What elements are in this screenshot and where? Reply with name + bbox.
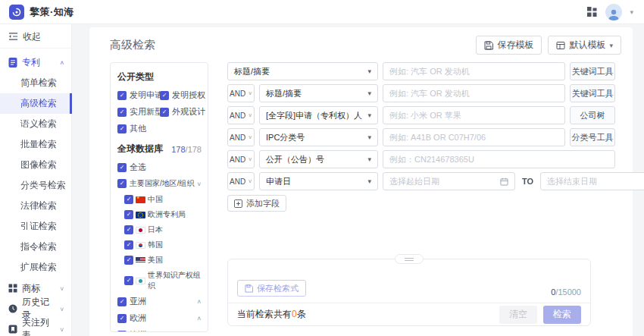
field-select-2[interactable]: 标题/摘要 ▾ [259, 84, 378, 102]
company-tree-button[interactable]: 公司树 [570, 106, 615, 124]
end-date-field[interactable] [547, 177, 644, 186]
caret-down-icon: ▾ [367, 111, 371, 119]
operator-select-4[interactable]: AND ∨ [227, 128, 255, 146]
patent-icon [8, 58, 17, 68]
operator-select-6[interactable]: AND ∨ [227, 172, 255, 190]
usa-flag-icon [136, 257, 145, 264]
checkbox-europe[interactable]: ✓ 欧洲 [117, 312, 146, 324]
query-input-4[interactable] [383, 128, 565, 146]
checkbox-checked-icon: ✓ [117, 297, 127, 306]
sidebar-item-command-search[interactable]: 指令检索 [0, 237, 71, 257]
brand: 擎策·知海 [9, 5, 74, 20]
user-avatar[interactable] [605, 4, 622, 20]
chevron-up-icon: ∧ [59, 59, 64, 65]
checkbox-label: 主要国家/地区/组织 [130, 178, 195, 189]
country-row-wipo[interactable]: ✓ 世界知识产权组织 [124, 270, 202, 291]
checkbox-checked-icon: ✓ [117, 314, 127, 323]
checkbox-asia[interactable]: ✓ 亚洲 [117, 296, 146, 307]
sidebar-item-citation-search[interactable]: 引证检索 [0, 216, 71, 237]
checkbox-invention-application[interactable]: ✓ 发明申请 [117, 89, 160, 101]
search-form: 标题/摘要 ▾ 关键词工具 AND ∨ 标题/摘要 ▾ 关键词工具 [227, 62, 615, 326]
query-expression-area[interactable]: 保存检索式 0/15000 [228, 259, 590, 303]
query-input-2[interactable] [383, 84, 565, 102]
template-buttons: 保存模板 默认模板 ▾ [476, 36, 621, 55]
checkbox-label: 澳洲 [130, 329, 146, 332]
field-select-value: 标题/摘要 [266, 88, 302, 99]
apps-grid-icon[interactable] [586, 6, 598, 17]
field-select-1[interactable]: 标题/摘要 ▾ [227, 62, 378, 80]
field-select-value: 公开（公告）号 [266, 154, 324, 165]
sidebar-item-legal-search[interactable]: 法律检索 [0, 196, 71, 216]
search-button[interactable]: 检索 [543, 306, 581, 324]
checkbox-select-all[interactable]: ✓ 全选 [117, 162, 146, 173]
keyword-tool-button-2[interactable]: 关键词工具 [570, 84, 615, 102]
sidebar-collapse-button[interactable]: 收起 [0, 27, 71, 46]
sidebar-item-image-search[interactable]: 图像检索 [0, 155, 71, 175]
chevron-down-icon: ∨ [248, 91, 252, 96]
checkbox-checked-icon: ✓ [160, 108, 169, 117]
panel-drag-handle[interactable] [395, 254, 424, 264]
checkbox-utility-model[interactable]: ✓ 实用新型 [117, 106, 160, 118]
query-input-1[interactable] [383, 62, 565, 80]
caret-down-icon: ▾ [367, 68, 371, 75]
checkbox-checked-icon: ✓ [160, 91, 169, 100]
char-count: 0/15000 [551, 287, 581, 297]
field-select-6[interactable]: 申请日 ▾ [259, 172, 378, 190]
checkbox-checked-icon: ✓ [117, 108, 127, 117]
country-row-korea[interactable]: ✓ 韩国 [124, 240, 202, 250]
country-label: 韩国 [148, 240, 163, 250]
default-template-button[interactable]: 默认模板 ▾ [548, 36, 621, 55]
operator-select-3[interactable]: AND ∨ [227, 106, 255, 124]
date-range-separator: TO [522, 177, 533, 186]
sidebar-item-simple-search[interactable]: 简单检索 [0, 73, 71, 93]
result-suffix: 条 [297, 309, 306, 319]
save-query-button[interactable]: 保存检索式 [237, 280, 306, 297]
checkbox-other[interactable]: ✓ 其他 [117, 123, 160, 134]
query-panel: 保存检索式 0/15000 当前检索共有0条 清空 检索 [227, 259, 591, 326]
caret-down-icon: ▾ [367, 177, 371, 185]
country-label: 中国 [148, 194, 163, 205]
query-input-3[interactable] [383, 106, 565, 124]
country-row-epo[interactable]: ✓ 欧洲专利局 [124, 209, 202, 220]
sidebar-item-semantic-search[interactable]: 语义检索 [0, 114, 71, 134]
checkbox-design[interactable]: ✓ 外观设计 [160, 106, 205, 118]
checkbox-major-countries[interactable]: ✓ 主要国家/地区/组织 [117, 178, 195, 189]
query-input-5[interactable] [383, 150, 615, 168]
field-select-5[interactable]: 公开（公告）号 ▾ [259, 150, 378, 168]
sidebar-item-batch-search[interactable]: 批量检索 [0, 134, 71, 155]
end-date-input[interactable] [540, 172, 644, 190]
country-row-japan[interactable]: ✓ 日本 [124, 225, 202, 235]
sidebar-item-watchlist[interactable]: 关注列表 ∨ [0, 319, 71, 336]
operator-value: AND [230, 89, 245, 98]
field-select-value: IPC分类号 [266, 132, 305, 143]
country-row-usa[interactable]: ✓ 美国 [124, 255, 202, 265]
chevron-up-icon[interactable]: ∧ [196, 316, 202, 322]
operator-select-2[interactable]: AND ∨ [227, 84, 255, 102]
save-query-label: 保存检索式 [257, 283, 299, 294]
chevron-down-icon[interactable]: ∨ [196, 181, 202, 187]
start-date-field[interactable] [389, 177, 497, 186]
field-select-3[interactable]: [全字段]申请（专利权）人 ▾ [259, 106, 378, 124]
add-field-button[interactable]: 添加字段 [227, 195, 286, 212]
sidebar-item-classification-search[interactable]: 分类号检索 [0, 175, 71, 196]
title-row: 高级检索 保存模板 默认模板 ▾ [110, 36, 633, 55]
country-row-china[interactable]: ✓ 中国 [124, 194, 202, 205]
sidebar-item-advanced-search[interactable]: 高级检索 [0, 93, 71, 114]
operator-select-5[interactable]: AND ∨ [227, 150, 255, 168]
classification-tool-button[interactable]: 分类号工具 [570, 128, 615, 146]
field-select-4[interactable]: IPC分类号 ▾ [259, 128, 378, 146]
save-template-button[interactable]: 保存模板 [476, 36, 542, 55]
top-header: 擎策·知海 ▾ [0, 0, 644, 24]
query-panel-footer: 当前检索共有0条 清空 检索 [228, 303, 590, 325]
clear-button[interactable]: 清空 [499, 306, 537, 324]
checkbox-oceania[interactable]: ✓ 澳洲 [117, 329, 146, 332]
chevron-up-icon[interactable]: ∧ [196, 299, 202, 305]
start-date-input[interactable] [383, 172, 515, 190]
sidebar-item-patent[interactable]: 专利 ∧ [0, 52, 71, 72]
sidebar-item-extended-search[interactable]: 扩展检索 [0, 257, 71, 278]
user-menu-caret-icon[interactable]: ▾ [630, 8, 633, 16]
china-flag-icon [136, 196, 145, 203]
checkbox-checked-icon: ✓ [117, 163, 127, 172]
checkbox-invention-grant[interactable]: ✓ 发明授权 [160, 89, 205, 101]
keyword-tool-button-1[interactable]: 关键词工具 [570, 62, 615, 80]
